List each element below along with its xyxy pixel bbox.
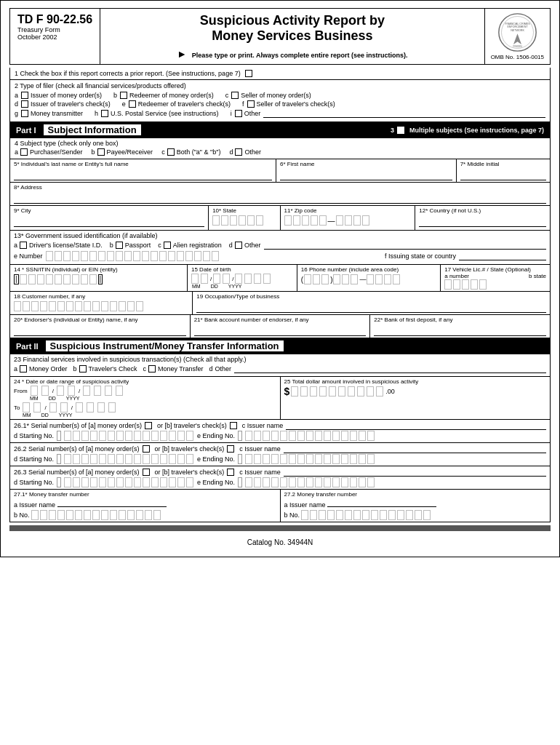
field-5-input[interactable] bbox=[14, 167, 272, 180]
end-263[interactable] bbox=[238, 477, 242, 487]
dob-5[interactable] bbox=[235, 274, 242, 284]
mt2-14[interactable] bbox=[415, 510, 422, 520]
id-num-18[interactable] bbox=[194, 251, 201, 261]
ssn-5[interactable] bbox=[55, 274, 62, 284]
cust-13[interactable] bbox=[119, 301, 126, 311]
from-2[interactable] bbox=[41, 386, 49, 396]
field-22-input[interactable] bbox=[374, 323, 546, 336]
en3-3[interactable] bbox=[263, 477, 270, 487]
mt1-15[interactable] bbox=[153, 510, 161, 520]
cust-5[interactable] bbox=[49, 301, 56, 311]
sn2-10[interactable] bbox=[143, 454, 150, 464]
field-21-input[interactable] bbox=[194, 323, 367, 336]
amt-8[interactable] bbox=[357, 386, 364, 397]
sn-12[interactable] bbox=[160, 431, 167, 441]
cb-263-a[interactable] bbox=[143, 469, 150, 476]
en-1[interactable] bbox=[245, 431, 252, 441]
en-4[interactable] bbox=[271, 431, 279, 441]
mt1-10[interactable] bbox=[110, 510, 117, 520]
dob-7[interactable] bbox=[254, 274, 261, 284]
ssn-9[interactable] bbox=[89, 274, 97, 284]
sn2-3[interactable] bbox=[81, 454, 89, 464]
cb-263-b[interactable] bbox=[227, 469, 234, 476]
en-6[interactable] bbox=[289, 431, 296, 441]
to-2[interactable] bbox=[33, 402, 41, 413]
cb-g[interactable] bbox=[21, 110, 28, 117]
en2-3[interactable] bbox=[263, 454, 270, 464]
sn3-12[interactable] bbox=[160, 477, 167, 487]
en-15[interactable] bbox=[367, 431, 375, 441]
dob-2[interactable] bbox=[201, 274, 208, 284]
en-14[interactable] bbox=[359, 431, 366, 441]
en3-8[interactable] bbox=[306, 477, 313, 487]
amt-7[interactable] bbox=[348, 386, 355, 397]
lic-3[interactable] bbox=[462, 279, 469, 290]
cust-11[interactable] bbox=[101, 301, 108, 311]
sn-7[interactable] bbox=[116, 431, 124, 441]
zip-tick-9[interactable] bbox=[362, 215, 369, 226]
sn-5[interactable] bbox=[99, 431, 106, 441]
en2-15[interactable] bbox=[367, 454, 375, 464]
mt2-8[interactable] bbox=[362, 510, 369, 520]
state-tick-1[interactable] bbox=[212, 215, 220, 226]
en-11[interactable] bbox=[332, 431, 340, 441]
cust-10[interactable] bbox=[92, 301, 100, 311]
cb-a[interactable] bbox=[21, 92, 28, 99]
zip-tick-3[interactable] bbox=[302, 215, 309, 226]
sn3-6[interactable] bbox=[108, 477, 115, 487]
other-23-field[interactable] bbox=[234, 364, 546, 373]
mt2-13[interactable] bbox=[406, 510, 413, 520]
id-num-2[interactable] bbox=[55, 251, 62, 261]
field-8-input[interactable] bbox=[14, 191, 546, 204]
cb-3[interactable] bbox=[397, 127, 404, 134]
issuer-262-field[interactable] bbox=[284, 445, 546, 453]
en3-9[interactable] bbox=[315, 477, 322, 487]
en2-13[interactable] bbox=[350, 454, 357, 464]
amt-3[interactable] bbox=[310, 386, 317, 397]
cust-14[interactable] bbox=[127, 301, 135, 311]
mt2-6[interactable] bbox=[345, 510, 352, 520]
ssn-3[interactable] bbox=[37, 274, 44, 284]
amt-6[interactable] bbox=[338, 386, 345, 397]
cust-1[interactable] bbox=[14, 301, 21, 311]
sn3-5[interactable] bbox=[99, 477, 106, 487]
ssn-2[interactable] bbox=[28, 274, 36, 284]
sn3-8[interactable] bbox=[125, 477, 132, 487]
sn2-11[interactable] bbox=[151, 454, 159, 464]
en-2[interactable] bbox=[254, 431, 261, 441]
start-261[interactable] bbox=[57, 431, 61, 441]
section-1-checkbox[interactable] bbox=[245, 70, 252, 77]
id-num-19[interactable] bbox=[203, 251, 210, 261]
to-5[interactable] bbox=[76, 402, 83, 413]
sn2-6[interactable] bbox=[108, 454, 115, 464]
id-num-5[interactable] bbox=[81, 251, 88, 261]
en-9[interactable] bbox=[315, 431, 322, 441]
en2-7[interactable] bbox=[297, 454, 305, 464]
sn-1[interactable] bbox=[64, 431, 71, 441]
ph-9[interactable] bbox=[384, 274, 391, 284]
cust-8[interactable] bbox=[75, 301, 82, 311]
sn-14[interactable] bbox=[177, 431, 185, 441]
cb-f[interactable] bbox=[247, 100, 255, 108]
id-num-20[interactable] bbox=[212, 251, 219, 261]
issuer-272-field[interactable] bbox=[327, 498, 436, 507]
id-num-15[interactable] bbox=[168, 251, 175, 261]
cb-type-b[interactable] bbox=[97, 148, 105, 156]
sn3-11[interactable] bbox=[151, 477, 159, 487]
en3-11[interactable] bbox=[332, 477, 340, 487]
sn2-4[interactable] bbox=[90, 454, 97, 464]
cb-e[interactable] bbox=[129, 100, 136, 108]
state-tick-2[interactable] bbox=[221, 215, 228, 226]
en3-14[interactable] bbox=[359, 477, 366, 487]
zip-tick-5[interactable] bbox=[319, 215, 327, 226]
ssn-6[interactable] bbox=[63, 274, 71, 284]
sn2-9[interactable] bbox=[134, 454, 141, 464]
sn-3[interactable] bbox=[81, 431, 89, 441]
sn-4[interactable] bbox=[90, 431, 97, 441]
id-num-6[interactable] bbox=[89, 251, 97, 261]
en3-6[interactable] bbox=[289, 477, 296, 487]
mt1-3[interactable] bbox=[49, 510, 56, 520]
cust-6[interactable] bbox=[57, 301, 65, 311]
mt2-4[interactable] bbox=[327, 510, 335, 520]
issuer-263-field[interactable] bbox=[284, 468, 546, 477]
